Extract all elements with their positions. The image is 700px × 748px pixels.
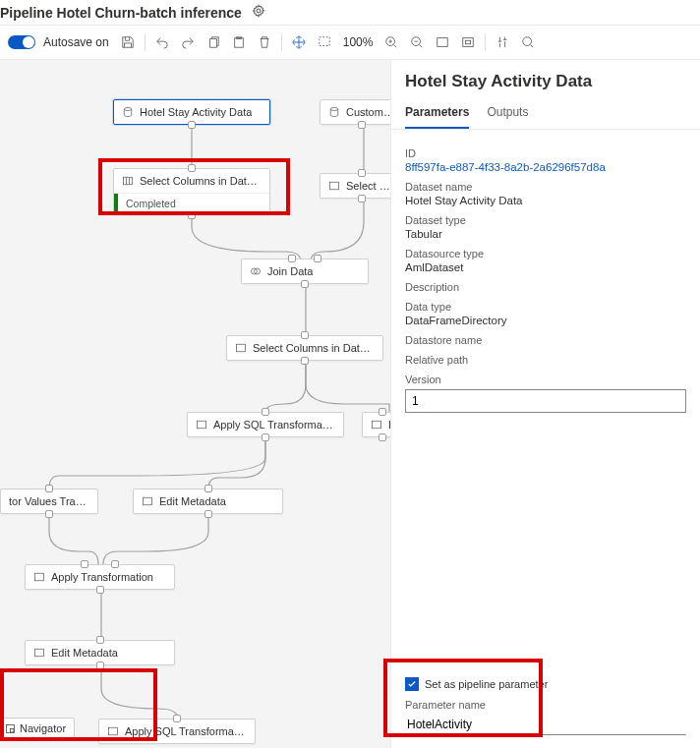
node-join-data[interactable]: Join Data — [241, 259, 369, 284]
svg-point-8 — [330, 108, 338, 111]
save-icon[interactable] — [117, 31, 139, 53]
undo-icon[interactable] — [151, 31, 173, 53]
module-icon — [142, 495, 153, 507]
node-label: Select Columns in Dataset — [140, 175, 262, 187]
node-label: Join Data — [267, 265, 313, 277]
node-edit-metadata-1[interactable]: Edit M — [362, 412, 390, 437]
node-select-columns-1[interactable]: Select Columns in Dataset Completed — [113, 168, 270, 215]
paste-icon[interactable] — [228, 31, 250, 53]
node-label: Edit M — [388, 419, 390, 431]
node-select-columns-3[interactable]: Select Columns in Dataset — [226, 335, 383, 361]
relative-path-label: Relative path — [405, 354, 686, 366]
navigator-label: Navigator — [20, 722, 66, 734]
svg-rect-19 — [109, 727, 118, 735]
svg-rect-21 — [11, 728, 14, 731]
node-select-columns-2[interactable]: Select Colum — [320, 173, 390, 199]
version-label: Version — [405, 374, 686, 385]
copy-icon[interactable] — [203, 31, 224, 53]
fit-icon[interactable] — [432, 31, 453, 53]
node-label: tor Values Trans... — [9, 495, 89, 507]
node-apply-transform[interactable]: Apply Transformation — [25, 564, 175, 590]
node-label: Apply Transformation — [51, 571, 153, 583]
node-customer-data[interactable]: Customer Dat — [320, 99, 390, 125]
navigator-button[interactable]: Navigator — [0, 718, 75, 739]
svg-rect-0 — [319, 37, 329, 46]
svg-point-6 — [523, 37, 532, 46]
svg-rect-16 — [144, 497, 152, 505]
node-label: Select Columns in Dataset — [253, 342, 375, 354]
autosave-label: Autosave on — [43, 35, 109, 49]
pipeline-param-checkbox[interactable] — [405, 677, 419, 691]
dataset-name-label: Dataset name — [405, 181, 686, 193]
module-icon — [33, 647, 45, 659]
svg-rect-9 — [124, 177, 133, 185]
dataset-type-value: Tabular — [405, 228, 686, 240]
select-icon[interactable] — [314, 31, 335, 53]
tab-outputs[interactable]: Outputs — [487, 97, 528, 129]
module-icon — [33, 571, 45, 583]
svg-rect-15 — [373, 421, 381, 429]
node-label: Hotel Stay Activity Data — [140, 106, 252, 118]
node-edit-metadata-2[interactable]: Edit Metadata — [133, 489, 283, 514]
node-sql-2[interactable]: Apply SQL Transformation — [98, 719, 256, 744]
description-label: Description — [405, 281, 686, 293]
svg-point-7 — [124, 108, 132, 111]
node-label: Edit Metadata — [159, 495, 226, 507]
gear-icon[interactable] — [252, 4, 265, 21]
module-icon — [196, 419, 207, 431]
pipeline-canvas[interactable]: Hotel Stay Activity Data Customer Dat Se… — [0, 60, 390, 748]
actual-size-icon[interactable] — [457, 31, 479, 53]
datastore-name-label: Datastore name — [405, 334, 686, 346]
svg-rect-4 — [463, 38, 474, 47]
datasource-type-label: Datasource type — [405, 248, 686, 259]
dataset-name-value: Hotel Stay Activity Data — [405, 195, 686, 206]
node-label: Customer Dat — [346, 106, 390, 118]
datasource-type-value: AmlDataset — [405, 261, 686, 273]
node-hotel-data[interactable]: Hotel Stay Activity Data — [113, 99, 270, 125]
search-icon[interactable] — [517, 31, 539, 53]
node-label: Apply SQL Transformation — [213, 419, 335, 431]
module-icon — [122, 175, 134, 187]
toolbar: Autosave on 100% — [0, 25, 700, 60]
zoom-level[interactable]: 100% — [339, 35, 378, 49]
panel-title: Hotel Stay Activity Data — [391, 60, 700, 97]
node-values-trans[interactable]: tor Values Trans... — [0, 489, 98, 514]
version-input[interactable] — [405, 389, 686, 413]
node-label: Edit Metadata — [51, 647, 118, 659]
id-link[interactable]: 8ff597fa-e887-4f33-8a2b-2a6296f57d8a — [405, 161, 686, 173]
param-name-input[interactable] — [405, 715, 686, 735]
dataset-icon — [328, 106, 340, 118]
id-label: ID — [405, 147, 686, 159]
properties-panel: Hotel Stay Activity Data Parameters Outp… — [390, 60, 700, 748]
page-title: Pipeline Hotel Churn-batch inference — [0, 5, 242, 21]
delete-icon[interactable] — [254, 31, 275, 53]
filter-icon[interactable] — [492, 31, 513, 53]
svg-rect-13 — [237, 344, 246, 352]
zoom-out-icon[interactable] — [406, 31, 428, 53]
svg-rect-18 — [35, 649, 44, 657]
module-icon — [371, 419, 382, 431]
svg-rect-14 — [198, 421, 206, 429]
redo-icon[interactable] — [177, 31, 199, 53]
datatype-label: Data type — [405, 301, 686, 313]
node-label: Apply SQL Transformation — [125, 725, 247, 737]
svg-rect-5 — [466, 40, 471, 44]
navigator-icon — [5, 723, 16, 734]
module-icon — [235, 342, 247, 354]
node-sql-1[interactable]: Apply SQL Transformation — [187, 412, 344, 437]
pipeline-param-label: Set as pipeline parameter — [425, 678, 548, 690]
param-name-label: Parameter name — [405, 699, 686, 711]
module-icon — [107, 725, 119, 737]
node-edit-metadata-3[interactable]: Edit Metadata — [25, 640, 175, 665]
zoom-in-icon[interactable] — [380, 31, 402, 53]
node-label: Select Colum — [346, 180, 390, 192]
dataset-icon — [122, 106, 134, 118]
autosave-toggle[interactable] — [8, 35, 35, 49]
svg-rect-17 — [35, 573, 44, 581]
svg-rect-10 — [330, 182, 339, 190]
module-icon — [250, 265, 262, 277]
svg-rect-3 — [438, 38, 448, 47]
dataset-type-label: Dataset type — [405, 214, 686, 226]
pan-icon[interactable] — [288, 31, 310, 53]
tab-parameters[interactable]: Parameters — [405, 97, 469, 129]
